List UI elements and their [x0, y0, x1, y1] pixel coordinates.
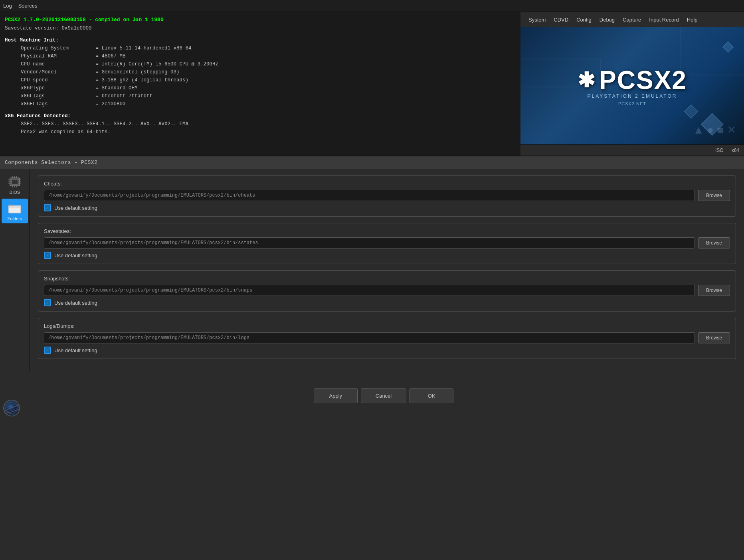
cancel-button[interactable]: Cancel [361, 388, 406, 403]
nav-cdvd[interactable]: CDVD [550, 15, 572, 24]
status-arch: x64 [732, 148, 739, 153]
snapshots-input-row: Browse [44, 285, 730, 296]
log-line-x86eflags: x86EFlags = 2c100800 [5, 100, 516, 108]
log-host-init: Host Machine Init: [5, 37, 59, 43]
log-line-x86ptype: x86PType = Standard OEM [5, 84, 516, 92]
logs-checkbox-label: Use default setting [54, 347, 97, 353]
logo-subtitle: PLAYSTATION 2 EMULATOR [588, 93, 677, 99]
savestates-input-row: Browse [44, 237, 730, 248]
components-body: BIOS Folders Cheats: [0, 169, 744, 372]
logo-area: ▲ ● ■ ✕ ✱ PCSX2 PLAYSTATION 2 EMULATOR P… [520, 27, 744, 144]
log-line-vendor: Vendor/Model = GenuineIntel (stepping 03… [5, 68, 516, 76]
savestates-path-input[interactable] [44, 237, 695, 248]
logo-text-display: ✱ PCSX2 [578, 65, 687, 95]
svg-rect-6 [12, 179, 18, 184]
main-content: Cheats: Browse Use default setting Saves… [30, 169, 744, 372]
snapshots-checkbox-label: Use default setting [54, 300, 97, 306]
nav-help[interactable]: Help [684, 15, 701, 24]
logs-path-input[interactable] [44, 332, 695, 343]
cheats-input-row: Browse [44, 190, 730, 201]
log-line-x86flags: x86Flags = bfebfbff 7ffafbff [5, 92, 516, 100]
log-line-ram: Physical RAM = 48067 MB [5, 52, 516, 60]
snapshots-path-input[interactable] [44, 285, 695, 296]
snapshots-checkbox-row: Use default setting [44, 299, 730, 306]
folder-section-cheats: Cheats: Browse Use default setting [38, 175, 736, 217]
nav-config[interactable]: Config [573, 15, 595, 24]
logs-default-checkbox[interactable] [44, 347, 51, 354]
bios-chip-svg [8, 175, 22, 189]
bottom-area: Apply Cancel OK [0, 372, 744, 420]
savestates-browse-button[interactable]: Browse [698, 237, 730, 248]
deco-ps-symbols: ▲ ● ■ ✕ [693, 123, 736, 136]
components-title: Components Selectors - PCSX2 [0, 156, 744, 169]
log-line-os: Operating System = Linux 5.11.14-hardene… [5, 44, 516, 52]
components-panel: Components Selectors - PCSX2 [0, 156, 744, 420]
nav-input-record[interactable]: Input Record [646, 15, 682, 24]
status-bar: ISO x64 [520, 144, 744, 156]
log-line-cpuspeed: CPU speed = 3.188 ghz (4 logical threads… [5, 76, 516, 84]
menu-sources[interactable]: Sources [18, 3, 38, 9]
bottom-sidebar [0, 372, 23, 420]
sidebar-item-folders[interactable]: Folders [2, 199, 28, 223]
cheats-path-input[interactable] [44, 190, 695, 201]
action-bar: Apply Cancel OK [23, 388, 744, 403]
cheats-default-checkbox[interactable] [44, 204, 51, 211]
ok-button[interactable]: OK [410, 388, 453, 403]
cheats-checkbox-label: Use default setting [54, 205, 97, 211]
sidebar: BIOS Folders [0, 169, 30, 372]
snapshots-label: Snapshots: [44, 276, 730, 282]
menu-log[interactable]: Log [3, 3, 12, 9]
nav-capture[interactable]: Capture [619, 15, 644, 24]
snapshots-browse-button[interactable]: Browse [698, 285, 730, 296]
right-panel: System CDVD Config Debug Capture Input R… [520, 12, 744, 156]
planet-icon[interactable] [3, 400, 20, 416]
sidebar-folders-label: Folders [8, 216, 22, 221]
cheats-browse-button[interactable]: Browse [698, 190, 730, 201]
top-section: PCSX2 1.7.0-20201216093158 - compiled on… [0, 12, 744, 156]
logs-checkbox-row: Use default setting [44, 347, 730, 354]
folder-section-snapshots: Snapshots: Browse Use default setting [38, 270, 736, 312]
logo-pcsx2-text: PCSX2 [599, 65, 687, 95]
log-title: PCSX2 1.7.0-20201216093158 - compiled on… [5, 16, 516, 24]
nav-system[interactable]: System [525, 15, 549, 24]
folder-section-savestates: Savestates: Browse Use default setting [38, 223, 736, 264]
svg-rect-22 [9, 208, 20, 213]
savestates-label: Savestates: [44, 228, 730, 234]
planet-svg [4, 400, 19, 416]
log-x86-line1: SSE2.. SSE3.. SSSE3.. SSE4.1.. SSE4.2.. … [5, 120, 516, 128]
svg-point-23 [6, 402, 17, 414]
sidebar-bios-label: BIOS [10, 190, 20, 195]
folders-icon-svg [8, 202, 22, 214]
menu-bar: Log Sources [0, 0, 744, 12]
log-savestate: Savestate version: 0x9a1e0000 [5, 24, 516, 32]
svg-rect-20 [8, 205, 14, 206]
cheats-label: Cheats: [44, 181, 730, 187]
log-area: PCSX2 1.7.0-20201216093158 - compiled on… [0, 12, 520, 156]
cheats-checkbox-row: Use default setting [44, 204, 730, 211]
snapshots-default-checkbox[interactable] [44, 299, 51, 306]
apply-button[interactable]: Apply [314, 388, 358, 403]
logo-asterisk: ✱ [578, 68, 596, 92]
nav-debug[interactable]: Debug [596, 15, 618, 24]
logs-input-row: Browse [44, 332, 730, 343]
logo-url: PCSX2.NET [618, 101, 646, 106]
logo-content: ✱ PCSX2 PLAYSTATION 2 EMULATOR PCSX2.NET [578, 65, 687, 106]
folders-icon [8, 201, 22, 215]
sidebar-item-bios[interactable]: BIOS [2, 172, 28, 197]
savestates-default-checkbox[interactable] [44, 252, 51, 259]
log-line-cpu: CPU name = Intel(R) Core(TM) i5-6500 CPU… [5, 60, 516, 68]
bios-icon [8, 175, 22, 189]
folder-section-logs: Logs/Dumps: Browse Use default setting [38, 318, 736, 359]
log-x86-title: x86 Features Detected: [5, 113, 71, 119]
status-iso: ISO [715, 148, 724, 153]
logs-browse-button[interactable]: Browse [698, 332, 730, 343]
savestates-checkbox-row: Use default setting [44, 252, 730, 259]
savestates-checkbox-label: Use default setting [54, 252, 97, 258]
log-x86-line2: Pcsx2 was compiled as 64-bits. [5, 128, 516, 136]
logs-label: Logs/Dumps: [44, 323, 730, 329]
nav-menu: System CDVD Config Debug Capture Input R… [520, 12, 744, 27]
